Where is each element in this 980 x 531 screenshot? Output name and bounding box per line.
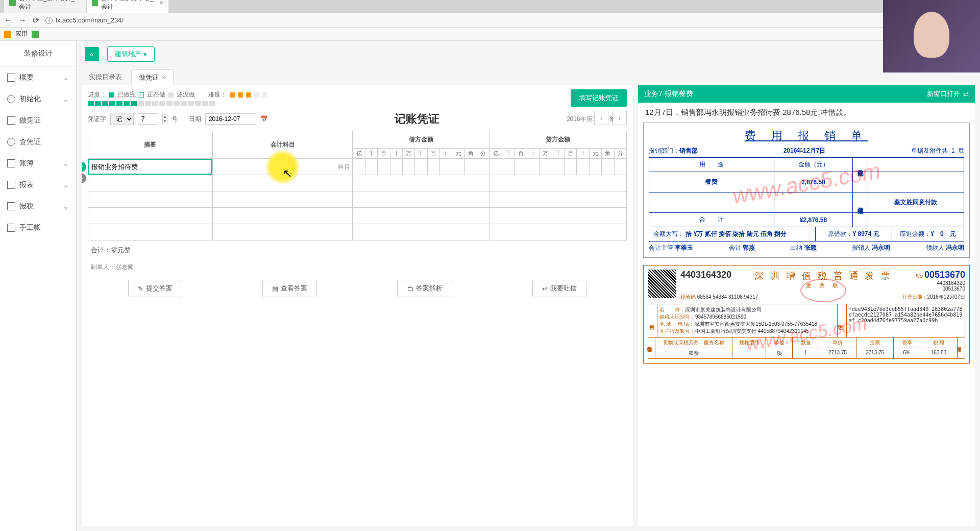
summary-input[interactable] (88, 159, 212, 175)
progress-legend: 进度： 已做完 正在做 还没做 难度： (88, 90, 627, 99)
expense-receipt: www.acc5.com 费 用 报 销 单 报销部门：销售部 2016年12月… (643, 123, 970, 258)
sidebar: 装修设计 概要⌄ 初始化⌄ 做凭证 查凭证 账簿⌄ 报表⌄ 报税⌄ 手工帐 (0, 41, 77, 531)
subject-cell[interactable]: ↖ 科目 (212, 159, 352, 175)
grid-icon (7, 74, 15, 82)
submit-button[interactable]: ✎提交答案 (128, 280, 182, 297)
doc-body[interactable]: www.acc5.com 费 用 报 销 单 报销部门：销售部 2016年12月… (638, 123, 975, 526)
analyze-button[interactable]: 🗀答案解析 (397, 280, 452, 297)
voucher-number-input[interactable] (138, 113, 158, 125)
number-stepper[interactable]: ▲▼ (162, 114, 167, 124)
tab-title: 会计学堂实操中心_会计 (101, 0, 156, 11)
feedback-button[interactable]: ↩我要吐槽 (532, 280, 586, 297)
bookmarks-bar: 应用 (0, 28, 980, 41)
table-row (88, 191, 627, 208)
apps-label[interactable]: 应用 (15, 30, 28, 38)
qr-icon (648, 270, 676, 298)
back-icon[interactable]: ← (4, 16, 12, 25)
forward-icon[interactable]: → (18, 16, 27, 25)
progress-bar[interactable] (88, 101, 627, 106)
url-text: lx.acc5.com/main_234/ (56, 16, 124, 24)
browser-tab-1[interactable]: 会计学堂实操中心_会计 × (87, 0, 168, 13)
summary-cell[interactable]: + − (88, 159, 213, 175)
chevron-down-icon: ⌄ (63, 95, 69, 103)
tab-directory[interactable]: 实操目录表 (82, 69, 129, 85)
subject-hint: 科目 (338, 162, 350, 171)
sidebar-item-voucher[interactable]: 做凭证 (0, 110, 76, 131)
col-debit: 借方金额 (353, 131, 489, 149)
browser-toolbar: ← → ⟳ i lx.acc5.com/main_234/ (0, 13, 980, 28)
add-row-button[interactable]: + (82, 162, 86, 172)
col-summary: 摘要 (88, 131, 213, 159)
new-window-button[interactable]: 新窗口打开⇄ (927, 89, 969, 99)
action-buttons: ✎提交答案 ▤查看答案 🗀答案解析 ↩我要吐槽 (88, 280, 627, 297)
sidebar-item-ledger[interactable]: 账簿⌄ (0, 153, 76, 174)
stamp-icon (800, 279, 846, 302)
sidebar-item-init[interactable]: 初始化⌄ (0, 88, 76, 110)
list-icon: ▤ (272, 285, 278, 293)
col-subject: 会计科目 (212, 131, 352, 159)
sidebar-title: 装修设计 (0, 41, 76, 67)
cursor-icon: ↖ (283, 167, 292, 180)
pager: ‹ › (594, 111, 627, 125)
sidebar-item-manual[interactable]: 手工帐 (0, 217, 76, 238)
chevron-down-icon: ⌄ (63, 159, 69, 167)
chevron-down-icon: ⌄ (63, 181, 69, 189)
chevron-down-icon: ⌄ (63, 74, 69, 82)
doc-title: 业务7 报销餐费 (644, 89, 693, 99)
fill-voucher-button[interactable]: 填写记账凭证 (571, 89, 627, 107)
maker-row: 制单人：赵老师 (88, 260, 627, 275)
total-row: 合计：零元整 (88, 240, 627, 260)
calendar-icon[interactable]: 📅 (260, 115, 268, 123)
doc-panel: 业务7 报销餐费 新窗口打开⇄ 12月7日，销售部冯永明报销业务招待费 2876… (638, 85, 975, 526)
reload-icon[interactable]: ⟳ (33, 15, 39, 25)
tab-title: 会计学堂_会计培训_会计 (19, 0, 81, 11)
table-row (88, 175, 627, 191)
apps-icon[interactable] (4, 31, 11, 38)
voucher-panel: 进度： 已做完 正在做 还没做 难度： 填写记账凭证 ‹ › 凭证字 (82, 85, 633, 526)
voucher-table: 摘要 会计科目 借方金额 贷方金额 亿千百十万千百十元角分 亿千百十万千百十元角… (88, 131, 627, 240)
doc-description: 12月7日，销售部冯永明报销业务招待费 2876.58元,冲借款。 (638, 103, 975, 123)
sidebar-item-query[interactable]: 查凭证 (0, 131, 76, 153)
voucher-meta-row: 凭证字 记 ▲▼ 号 日期 📅 记账凭证 2016年第12期 附件 0 (88, 111, 627, 127)
table-row (88, 208, 627, 224)
doc-header: 业务7 报销餐费 新窗口打开⇄ (638, 85, 975, 103)
browser-tab-0[interactable]: 会计学堂_会计培训_会计 (4, 0, 86, 13)
close-icon[interactable]: × (159, 0, 163, 7)
sidebar-item-tax[interactable]: 报税⌄ (0, 196, 76, 217)
doing-icon (139, 92, 144, 98)
difficulty-icon (230, 92, 235, 98)
chevron-down-icon: ▾ (143, 51, 147, 58)
chevron-down-icon: ⌄ (63, 202, 69, 210)
app-tabs: 实操目录表 做凭证× (77, 69, 980, 85)
hand-icon (7, 224, 15, 232)
receipt-title: 费 用 报 销 单 (649, 128, 964, 143)
sidebar-item-report[interactable]: 报表⌄ (0, 174, 76, 196)
tab-favicon-icon (92, 0, 98, 6)
search-icon (7, 138, 15, 146)
webcam-overlay (883, 0, 980, 73)
del-row-button[interactable]: − (82, 173, 86, 183)
bookmark-icon[interactable] (32, 31, 39, 38)
tab-favicon-icon (9, 0, 16, 6)
collapse-sidebar-button[interactable]: « (85, 47, 99, 61)
sidebar-item-overview[interactable]: 概要⌄ (0, 67, 76, 88)
prev-button[interactable]: ‹ (594, 111, 608, 125)
report-icon (7, 181, 15, 189)
date-input[interactable] (205, 113, 256, 125)
todo-icon (168, 92, 174, 98)
invoice-code: 4403164320 (680, 270, 731, 280)
url-bar[interactable]: i lx.acc5.com/main_234/ (45, 16, 976, 24)
table-row: + − ↖ 科目 (88, 159, 627, 175)
tab-voucher[interactable]: 做凭证× (131, 69, 174, 85)
info-icon: i (45, 17, 53, 24)
folder-icon: 🗀 (407, 285, 413, 293)
close-icon[interactable]: × (162, 74, 166, 81)
top-bar: « 建筑地产▾ 赵老师 （SVIP会员） (77, 41, 980, 67)
book-icon (7, 159, 15, 167)
view-answer-button[interactable]: ▤查看答案 (262, 280, 317, 297)
next-button[interactable]: › (612, 111, 627, 125)
browser-tabs: 会计学堂_会计培训_会计 会计学堂实操中心_会计 × (0, 0, 980, 13)
external-icon: ⇄ (963, 90, 969, 98)
category-dropdown[interactable]: 建筑地产▾ (107, 46, 155, 62)
cert-type-select[interactable]: 记 (110, 113, 134, 125)
